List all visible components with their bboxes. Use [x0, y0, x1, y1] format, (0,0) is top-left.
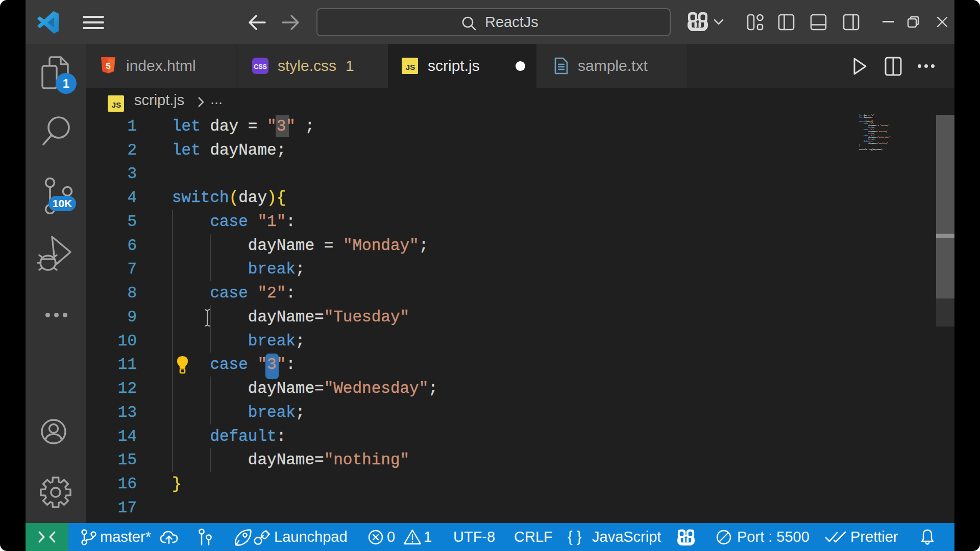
svg-text:JS: JS [406, 63, 415, 71]
svg-text:CSS: CSS [254, 63, 267, 70]
svg-text:5: 5 [106, 61, 110, 71]
svg-text:JS: JS [112, 101, 121, 109]
